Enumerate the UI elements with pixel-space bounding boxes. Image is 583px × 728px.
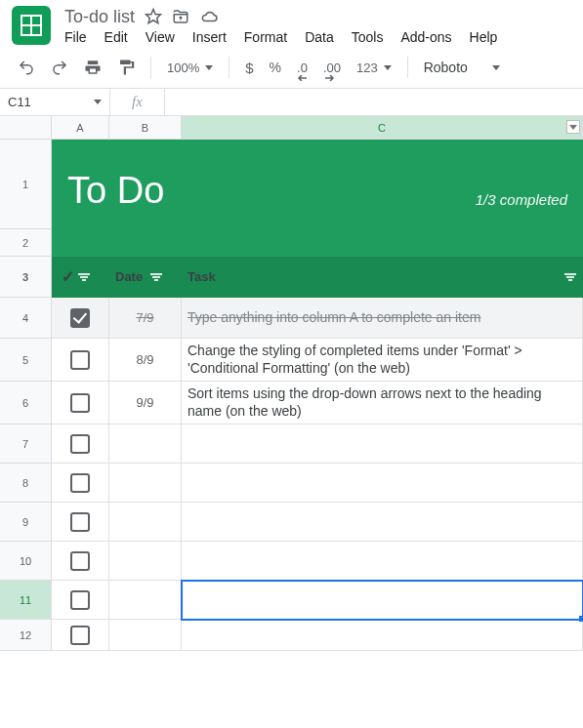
task-checkbox[interactable] [70, 473, 90, 493]
header-check-cell[interactable]: ✓ [52, 257, 109, 298]
row-header-1[interactable]: 1 [0, 140, 52, 229]
select-all-corner[interactable] [0, 116, 52, 140]
undo-button[interactable] [12, 55, 41, 80]
task-checkbox[interactable] [70, 350, 90, 370]
column-header-a[interactable]: A [52, 116, 109, 140]
menu-data[interactable]: Data [305, 29, 334, 45]
header-task-label: Task [187, 269, 216, 284]
row-header-6[interactable]: 6 [0, 382, 52, 425]
increase-decimal-button[interactable]: .00 [317, 57, 347, 79]
column-header-b[interactable]: B [109, 116, 182, 140]
task-checkbox[interactable] [70, 308, 90, 328]
formula-bar[interactable] [165, 89, 583, 115]
filter-icon[interactable] [78, 273, 90, 281]
menu-view[interactable]: View [146, 29, 175, 45]
header-task-cell[interactable]: Task [182, 257, 583, 298]
cell-c6[interactable]: Sort items using the drop-down arrows ne… [182, 382, 583, 425]
banner-spacer[interactable] [52, 229, 583, 257]
row-header-7[interactable]: 7 [0, 425, 52, 464]
cell-b10[interactable] [109, 542, 182, 581]
task-checkbox[interactable] [70, 590, 90, 610]
cell-b6[interactable]: 9/9 [109, 382, 182, 425]
cell-b12[interactable] [109, 620, 182, 651]
row-header-3[interactable]: 3 [0, 257, 52, 298]
cell-a4[interactable] [52, 298, 109, 339]
currency-button[interactable]: $ [239, 56, 259, 80]
row-header-12[interactable]: 12 [0, 620, 52, 651]
cell-c10[interactable] [182, 542, 583, 581]
cell-c9[interactable] [182, 503, 583, 542]
filter-icon[interactable] [150, 273, 162, 281]
task-checkbox[interactable] [70, 434, 90, 454]
banner-title: To Do [67, 170, 164, 212]
svg-marker-0 [146, 10, 161, 23]
cell-c4[interactable]: Type anything into column A to complete … [182, 298, 583, 339]
header-date-cell[interactable]: Date [109, 257, 182, 298]
cell-a5[interactable] [52, 339, 109, 382]
menu-edit[interactable]: Edit [104, 29, 128, 45]
banner-subtitle: 1/3 completed [476, 191, 567, 212]
menu-format[interactable]: Format [244, 29, 287, 45]
menu-help[interactable]: Help [470, 29, 498, 45]
cell-a8[interactable] [52, 464, 109, 503]
redo-button[interactable] [45, 55, 74, 80]
print-button[interactable] [78, 55, 107, 80]
toolbar: 100% $ % .0 .00 123 Roboto [0, 45, 583, 89]
menu-tools[interactable]: Tools [352, 29, 384, 45]
decrease-decimal-button[interactable]: .0 [291, 57, 313, 79]
task-checkbox[interactable] [70, 393, 90, 413]
cell-b11[interactable] [109, 581, 182, 620]
row-header-8[interactable]: 8 [0, 464, 52, 503]
cell-c11[interactable] [182, 581, 583, 620]
cell-a11[interactable] [52, 581, 109, 620]
font-dropdown[interactable]: Roboto [418, 56, 506, 79]
move-folder-icon[interactable] [172, 8, 189, 25]
sheets-logo[interactable] [12, 6, 51, 45]
row-header-11[interactable]: 11 [0, 581, 52, 620]
task-checkbox[interactable] [70, 626, 90, 645]
number-format-dropdown[interactable]: 123 [351, 57, 397, 79]
cell-b8[interactable] [109, 464, 182, 503]
cell-b5[interactable]: 8/9 [109, 339, 182, 382]
checkmark-icon: ✓ [58, 267, 74, 286]
name-box[interactable]: C11 [0, 89, 110, 115]
cell-b9[interactable] [109, 503, 182, 542]
cell-c8[interactable] [182, 464, 583, 503]
cloud-status-icon[interactable] [199, 8, 219, 25]
row-header-4[interactable]: 4 [0, 298, 52, 339]
task-checkbox[interactable] [70, 551, 90, 571]
menu-file[interactable]: File [64, 29, 87, 45]
zoom-dropdown[interactable]: 100% [161, 57, 219, 79]
header-date-label: Date [115, 269, 143, 284]
cell-a9[interactable] [52, 503, 109, 542]
cell-b7[interactable] [109, 425, 182, 464]
task-checkbox[interactable] [70, 512, 90, 532]
row-header-10[interactable]: 10 [0, 542, 52, 581]
row-header-9[interactable]: 9 [0, 503, 52, 542]
chevron-down-icon [205, 65, 213, 70]
banner-cell[interactable]: To Do 1/3 completed [52, 140, 583, 229]
star-icon[interactable] [145, 8, 162, 25]
cell-a10[interactable] [52, 542, 109, 581]
doc-title[interactable]: To-do list [64, 7, 135, 27]
paint-format-button[interactable] [111, 55, 141, 80]
cell-c5[interactable]: Change the styling of completed items un… [182, 339, 583, 382]
cell-a7[interactable] [52, 425, 109, 464]
column-header-c-label: C [378, 122, 386, 134]
cell-c7[interactable] [182, 425, 583, 464]
menu-insert[interactable]: Insert [192, 29, 227, 45]
cell-b4[interactable]: 7/9 [109, 298, 182, 339]
percent-button[interactable]: % [264, 56, 287, 79]
cell-a12[interactable] [52, 620, 109, 651]
column-header-c[interactable]: C [182, 116, 583, 140]
row-header-5[interactable]: 5 [0, 339, 52, 382]
cell-a6[interactable] [52, 382, 109, 425]
filter-icon[interactable] [564, 273, 576, 281]
column-menu-button[interactable] [566, 120, 580, 134]
chevron-down-icon [569, 125, 577, 130]
menu-addons[interactable]: Add-ons [400, 29, 451, 45]
row-header-2[interactable]: 2 [0, 229, 52, 257]
name-box-value: C11 [8, 95, 31, 109]
cell-c12[interactable] [182, 620, 583, 651]
fx-label: fx [110, 89, 165, 115]
